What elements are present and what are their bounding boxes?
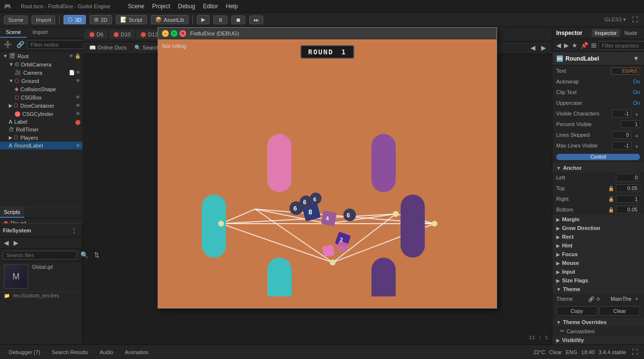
component-expand-button[interactable]: ▼ bbox=[632, 54, 640, 63]
tree-node-csgcylinder[interactable]: ⬤ CSGCylinder 👁 bbox=[0, 110, 82, 118]
play-button[interactable]: ▶ bbox=[197, 15, 209, 24]
tree-node-label[interactable]: A Label ⬤ bbox=[0, 118, 82, 126]
filter-properties-input[interactable] bbox=[598, 41, 644, 50]
tree-node-collisionshape[interactable]: ◈ CollisionShape bbox=[0, 85, 82, 93]
group-hint[interactable]: ▶ Hint bbox=[552, 241, 644, 250]
menu-editor[interactable]: Editor bbox=[203, 3, 218, 10]
fs-search-button[interactable]: 🔍 bbox=[79, 250, 90, 260]
menu-help[interactable]: Help bbox=[226, 3, 238, 10]
tab-d6[interactable]: ⬤ D6 bbox=[84, 30, 109, 39]
prop-value-uppercase[interactable]: On bbox=[633, 100, 640, 106]
maximize-button[interactable]: ⛶ bbox=[630, 15, 640, 24]
tab-animation[interactable]: Animation bbox=[120, 348, 154, 356]
group-anchor[interactable]: ▼ Anchor bbox=[552, 163, 644, 172]
mode-3d-button[interactable]: ⬡ 3D bbox=[64, 15, 86, 24]
spinner-up-visiblechars[interactable]: ▲ bbox=[633, 111, 640, 116]
prop-value-anchor-left[interactable]: 0 bbox=[616, 174, 640, 181]
group-theme-overrides[interactable]: ▼ Theme Overrides bbox=[552, 318, 644, 326]
tree-node-ground[interactable]: ▼ ⬡ Ground 👁 bbox=[0, 77, 82, 85]
history-forward-button[interactable]: ▶ bbox=[563, 41, 570, 50]
group-sizeflags[interactable]: ▶ Size Flags bbox=[552, 276, 644, 285]
tab-scripts[interactable]: Scripts bbox=[0, 207, 24, 218]
tree-node-csgbox[interactable]: ◻ CSGBox 👁 bbox=[0, 93, 82, 101]
history-back-button[interactable]: ◀ bbox=[555, 41, 562, 50]
object-button[interactable]: ⊞ bbox=[590, 41, 597, 50]
visibility-icon-dicecontainer[interactable]: 👁 bbox=[76, 103, 80, 108]
group-mouse[interactable]: ▶ Mouse bbox=[552, 259, 644, 267]
fs-sort-button[interactable]: ⇅ bbox=[92, 250, 101, 260]
tab-import[interactable]: Import bbox=[27, 27, 53, 38]
tree-node-orbitcamera[interactable]: ▼ ⊙ OrbitCamera bbox=[0, 60, 82, 68]
group-visibility[interactable]: ▶ Visibility bbox=[552, 336, 644, 344]
menu-scene[interactable]: Scene bbox=[128, 3, 145, 10]
tab-inspector[interactable]: Inspector bbox=[592, 29, 619, 37]
tree-node-camera[interactable]: 🎥 Camera 📄 👁 bbox=[0, 68, 82, 77]
lock-icon-root[interactable]: 🔒 bbox=[75, 53, 80, 59]
prop-value-autowrap[interactable]: On bbox=[633, 79, 640, 84]
prop-value-anchor-right[interactable]: 1 bbox=[616, 195, 640, 203]
tab-scene[interactable]: Scene bbox=[0, 27, 27, 38]
visibility-icon-csgbox[interactable]: 👁 bbox=[76, 95, 80, 100]
visibility-icon-camera[interactable]: 👁 bbox=[76, 70, 80, 75]
tab-node[interactable]: Node bbox=[622, 29, 640, 37]
clear-button[interactable]: Clear bbox=[599, 306, 641, 316]
fs-forward-button[interactable]: ▶ bbox=[12, 238, 20, 247]
prop-value-linesskipped[interactable]: 0 bbox=[612, 131, 631, 139]
bookmark-button[interactable]: ★ bbox=[571, 41, 579, 50]
minimize-button[interactable]: – bbox=[162, 30, 169, 37]
prop-value-cliptext[interactable]: On bbox=[633, 89, 640, 95]
mode-2d-button[interactable]: ⊞ 2D bbox=[90, 15, 112, 24]
mode-script-button[interactable]: 📝 Script bbox=[116, 15, 147, 24]
filesystem-search-input[interactable] bbox=[3, 251, 77, 260]
group-focus[interactable]: ▶ Focus bbox=[552, 250, 644, 259]
prop-value-anchor-bottom[interactable]: 0.05 bbox=[616, 206, 640, 213]
theme-dropdown-button[interactable]: ▼ bbox=[633, 296, 640, 302]
menu-debug[interactable]: Debug bbox=[178, 3, 195, 10]
tab-audio[interactable]: Audio bbox=[95, 348, 118, 356]
scene-button[interactable]: Scene bbox=[4, 16, 28, 24]
prop-value-percentvisible[interactable]: 1 bbox=[621, 120, 640, 128]
online-docs-button[interactable]: 📖 Online Docs bbox=[86, 44, 129, 52]
import-button[interactable]: Import bbox=[32, 16, 55, 24]
fs-thumbnail-item[interactable]: M Global.gd bbox=[0, 261, 82, 292]
fs-options-button[interactable]: ⋮ bbox=[69, 226, 79, 235]
step-button[interactable]: ⏭ bbox=[249, 16, 263, 24]
visibility-icon-roundlabel[interactable]: 👁 bbox=[76, 143, 80, 148]
tree-node-rolltimer[interactable]: ⏱ RollTimer bbox=[0, 126, 82, 133]
tab-debugger[interactable]: Debugger (7) bbox=[4, 348, 45, 356]
prop-value-anchor-top[interactable]: 0.05 bbox=[616, 184, 640, 192]
visibility-icon-root[interactable]: 👁 bbox=[69, 53, 74, 59]
subitem-canvasitem[interactable]: ✏ CanvasItem bbox=[552, 326, 644, 336]
tab-search-results[interactable]: Search Results bbox=[47, 348, 93, 356]
tree-node-players[interactable]: ▶ ⬡ Players bbox=[0, 133, 82, 142]
spinner-up-linesskipped[interactable]: ▲ bbox=[633, 132, 640, 138]
pause-button[interactable]: ⏸ bbox=[213, 16, 227, 24]
spinner-up-maxlines[interactable]: ▲ bbox=[633, 143, 640, 148]
visibility-icon-csgcylinder[interactable]: 👁 bbox=[76, 111, 80, 116]
expand-bottom-button[interactable]: ⛶ bbox=[630, 347, 640, 357]
copy-button[interactable]: Copy bbox=[556, 306, 597, 316]
pin-button[interactable]: 📌 bbox=[580, 41, 589, 50]
nav-back-button[interactable]: ◀ bbox=[529, 43, 537, 52]
prop-value-maxlinesvisible[interactable]: -1 bbox=[612, 142, 631, 149]
group-grow-direction[interactable]: ▶ Grow Direction bbox=[552, 224, 644, 232]
prop-value-visiblechars[interactable]: -1 bbox=[612, 110, 631, 117]
add-node-button[interactable]: ➕ bbox=[2, 40, 14, 49]
stop-button[interactable]: ⏹ bbox=[231, 16, 245, 24]
tree-node-root[interactable]: ▼ 🎬 Root 👁 🔒 bbox=[0, 52, 82, 60]
nav-forward-button[interactable]: ▶ bbox=[539, 43, 548, 52]
tree-node-roundlabel[interactable]: A RoundLabel 👁 bbox=[0, 142, 82, 149]
maximize-button-win[interactable]: + bbox=[171, 30, 177, 37]
close-button-win[interactable]: ✕ bbox=[179, 30, 186, 37]
tab-d10[interactable]: ⬤ D10 bbox=[109, 30, 136, 39]
menu-project[interactable]: Project bbox=[152, 3, 170, 10]
group-input[interactable]: ▶ Input bbox=[552, 267, 644, 276]
group-margin[interactable]: ▶ Margin bbox=[552, 215, 644, 224]
link-node-button[interactable]: 🔗 bbox=[15, 40, 26, 49]
group-rect[interactable]: ▶ Rect bbox=[552, 232, 644, 241]
tree-node-dicecontainer[interactable]: ▶ ⬡ DiceContainer 👁 bbox=[0, 101, 82, 110]
group-theme[interactable]: ▼ Theme bbox=[552, 285, 644, 294]
fs-back-button[interactable]: ◀ bbox=[2, 238, 11, 247]
script-icon-camera[interactable]: 📄 bbox=[69, 70, 75, 75]
visibility-icon-ground[interactable]: 👁 bbox=[76, 78, 80, 83]
